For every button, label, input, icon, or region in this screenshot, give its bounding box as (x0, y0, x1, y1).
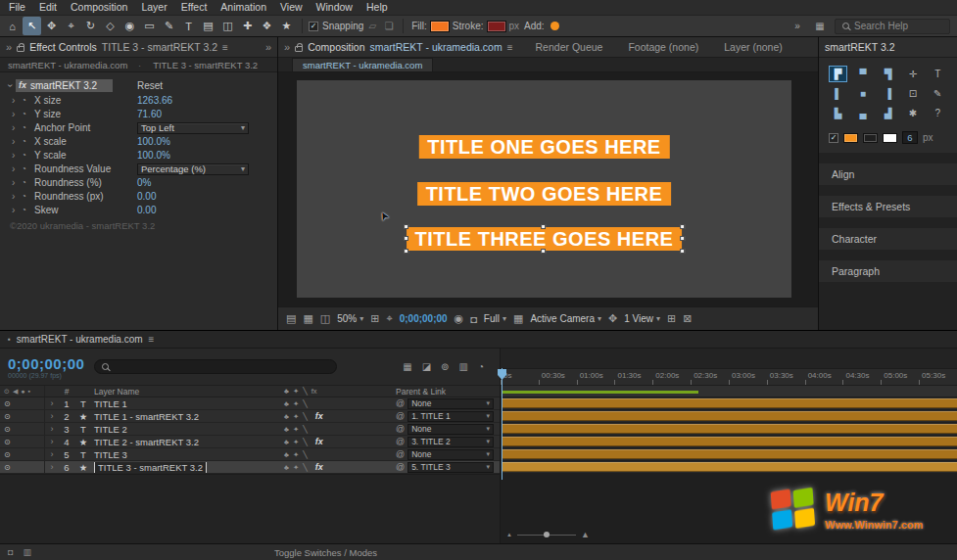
layer-twirl-icon[interactable]: › (45, 437, 59, 446)
tab-layer-none[interactable]: Layer (none) (724, 41, 783, 53)
panel-chevrons-icon[interactable]: » (6, 41, 12, 53)
camera-tool-icon[interactable]: ◇ (101, 17, 120, 35)
layer-switch-motion-icon[interactable]: ╲ (303, 450, 308, 459)
effect-header[interactable]: fx smartREKT 3.2 (16, 79, 113, 92)
menu-animation[interactable]: Animation (214, 0, 273, 15)
layer-twirl-icon[interactable]: › (45, 411, 59, 421)
property-value[interactable]: 0.00 (137, 205, 156, 215)
composition-tab[interactable]: Composition (308, 41, 364, 53)
transparency-grid-icon[interactable]: ▦ (513, 312, 523, 325)
smartrekt-checkbox[interactable]: ✓ (829, 133, 838, 143)
pan-3d-icon[interactable]: ✥ (608, 312, 617, 325)
layer-twirl-icon[interactable]: › (45, 449, 59, 459)
region-of-interest-icon[interactable]: ⌖ (386, 312, 392, 325)
layer-fx-badge[interactable]: fx (315, 411, 323, 421)
property-value[interactable]: 100.0% (137, 150, 170, 161)
work-area[interactable] (501, 385, 957, 397)
eye-icon[interactable]: ⊙ (4, 450, 11, 459)
color-swatch-dark[interactable] (863, 133, 878, 143)
selection-handle[interactable] (404, 236, 408, 241)
lock-icon[interactable] (17, 46, 24, 52)
layer-duration-bar[interactable] (502, 437, 957, 446)
pickwhip-icon[interactable]: @ (396, 449, 405, 459)
section-effects-presets[interactable]: Effects & Presets (819, 196, 957, 217)
roto-brush-tool-icon[interactable]: ❖ (258, 17, 276, 35)
timeline-search-input[interactable] (94, 359, 337, 374)
eye-icon[interactable]: ⊙ (4, 463, 11, 472)
fast-previews-icon[interactable]: ⊠ (683, 312, 692, 325)
layer-switch-quality-icon[interactable]: ♣ (284, 438, 289, 446)
menu-help[interactable]: Help (359, 0, 395, 15)
parent-dropdown[interactable]: None (407, 449, 494, 460)
composition-tab-name[interactable]: smartREKT - ukramedia.com (370, 41, 502, 53)
timeline-zoom-slider[interactable]: ▲ ▲ (506, 530, 590, 539)
selection-handle[interactable] (541, 224, 546, 229)
twirl-icon[interactable]: › (12, 177, 22, 188)
duplicate-icon[interactable]: ⊡ (903, 85, 922, 102)
mask-visibility-icon[interactable]: ◫ (320, 312, 330, 325)
effect-twirl-icon[interactable]: › (5, 79, 16, 91)
shy-layers-icon[interactable]: ⊚ (441, 361, 449, 372)
breadcrumb-layer[interactable]: TITLE 3 - smartREKT 3.2 (153, 60, 258, 70)
eye-icon[interactable]: ⊙ (4, 412, 11, 421)
layer-row-3[interactable]: ⊙›3TTITLE 2♣✦╲@None (0, 423, 500, 436)
pen-options-icon[interactable]: ✎ (929, 85, 947, 102)
zoom-slider-handle[interactable] (544, 532, 550, 537)
clone-stamp-tool-icon[interactable]: ◫ (218, 17, 237, 35)
menu-view[interactable]: View (273, 0, 310, 15)
anchor-right-icon[interactable]: ▐ (879, 85, 897, 102)
selection-handle[interactable] (680, 236, 685, 241)
pickwhip-icon[interactable]: @ (396, 411, 405, 421)
grid-guides-icon[interactable]: ▦ (303, 312, 312, 325)
twirl-icon[interactable]: › (12, 191, 22, 202)
selection-tool-icon[interactable]: ↖ (23, 17, 41, 35)
layer-name[interactable]: TITLE 1 (94, 398, 127, 409)
menu-effect[interactable]: Effect (174, 0, 215, 15)
twirl-icon[interactable]: › (12, 95, 22, 106)
home-icon[interactable]: ⌂ (3, 17, 22, 35)
playhead[interactable] (502, 368, 502, 480)
scale-expand-icon[interactable]: ✛ (903, 66, 922, 82)
twirl-icon[interactable]: › (12, 136, 22, 147)
eye-icon[interactable]: ⊙ (4, 399, 11, 408)
search-help-box[interactable]: Search Help (835, 19, 950, 34)
layer-switch-motion-icon[interactable]: ╲ (303, 412, 308, 421)
tab-render-queue[interactable]: Render Queue (536, 41, 603, 53)
selection-handle[interactable] (404, 249, 408, 254)
menu-composition[interactable]: Composition (64, 0, 134, 15)
timeline-tab[interactable]: smartREKT - ukramedia.com (17, 334, 143, 345)
layer-switch-quality-icon[interactable]: ♣ (284, 450, 289, 459)
pickwhip-icon[interactable]: @ (396, 424, 405, 434)
layer-switch-effects-icon[interactable]: ✦ (293, 438, 299, 446)
layer-fx-badge[interactable]: fx (315, 437, 323, 446)
selection-handle[interactable] (680, 249, 685, 254)
parent-dropdown[interactable]: 1. TITLE 1 (407, 411, 494, 422)
toggle-switches-button[interactable]: Toggle Switches / Modes (274, 547, 377, 558)
layer-switch-quality-icon[interactable]: ♣ (284, 399, 289, 408)
menu-window[interactable]: Window (310, 0, 359, 15)
brush-tool-icon[interactable]: ▤ (199, 17, 217, 35)
current-time-field[interactable]: 0;00;00;00 (8, 355, 84, 372)
stopwatch-icon[interactable]: ◔ (22, 192, 34, 201)
property-dropdown[interactable]: Top Left (137, 122, 249, 134)
tab-footage-none[interactable]: Footage (none) (628, 41, 698, 53)
anchor-bottom-icon[interactable]: ▄ (853, 105, 872, 121)
zoom-slider-track[interactable] (517, 535, 576, 536)
anchor-bottom-right-icon[interactable]: ▟ (879, 105, 897, 121)
pickwhip-icon[interactable]: @ (396, 462, 405, 472)
selection-handle[interactable] (680, 224, 685, 229)
eraser-tool-icon[interactable]: ✚ (238, 17, 257, 35)
stopwatch-icon[interactable]: ◔ (22, 164, 34, 173)
menu-edit[interactable]: Edit (32, 0, 64, 15)
breadcrumb-comp[interactable]: smartREKT - ukramedia.com (8, 60, 141, 70)
parent-dropdown[interactable]: 3. TITLE 2 (407, 437, 494, 447)
type-tool-icon[interactable]: T (179, 17, 198, 35)
layer-switch-motion-icon[interactable]: ╲ (303, 399, 308, 408)
header-parent[interactable]: Parent & Link (396, 387, 500, 397)
layer-row-2[interactable]: ⊙›2★TITLE 1 - smartREKT 3.2♣✦╲fx@1. TITL… (0, 410, 500, 423)
layer-fx-badge[interactable]: fx (315, 462, 323, 472)
layer-duration-bar[interactable] (502, 411, 957, 421)
snapping-checkbox[interactable]: ✓ (309, 22, 318, 31)
layer-row-6[interactable]: ⊙›6★TITLE 3 - smartREKT 3.2♣✦╲fx@5. TITL… (0, 461, 500, 474)
view-layout-dropdown[interactable]: 1 View (624, 313, 660, 324)
